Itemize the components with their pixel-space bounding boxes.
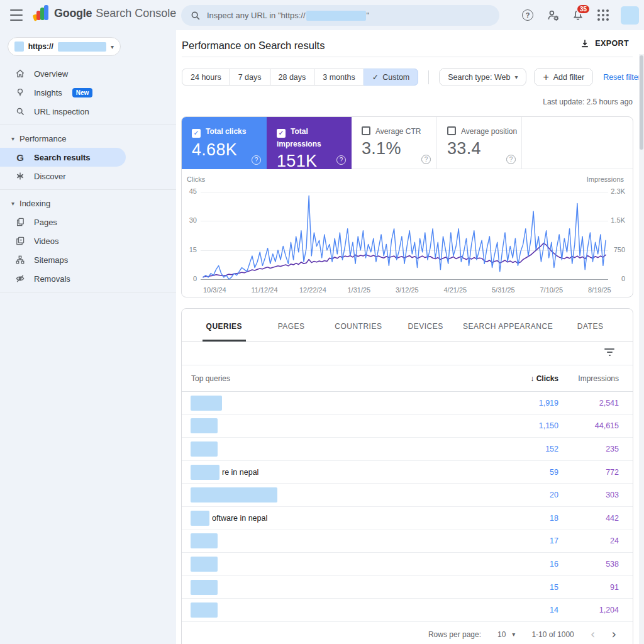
- table-row[interactable]: 1,9192,541: [182, 392, 633, 415]
- table-row[interactable]: 1724: [182, 530, 633, 553]
- url-inspect-search-input[interactable]: Inspect any URL in "https://": [181, 5, 499, 26]
- sidebar-item-sitemaps[interactable]: Sitemaps: [0, 250, 176, 269]
- date-range-7-days[interactable]: 7 days: [230, 69, 270, 86]
- help-icon[interactable]: ?: [421, 155, 431, 164]
- tab-label: DATES: [574, 309, 608, 341]
- tab-countries[interactable]: COUNTRIES: [325, 309, 392, 341]
- date-range-custom[interactable]: ✓Custom: [364, 69, 419, 86]
- sidebar-item-removals[interactable]: Removals: [0, 269, 176, 288]
- date-range-label: 28 days: [279, 73, 306, 82]
- sidebar-item-label: Sitemaps: [34, 255, 68, 265]
- metric-tile-average-position[interactable]: Average position33.4?: [436, 117, 521, 169]
- property-selector[interactable]: https:// ▾: [8, 37, 121, 56]
- date-range-label: 3 months: [323, 73, 355, 82]
- column-header-impressions[interactable]: Impressions: [558, 374, 633, 383]
- tab-queries[interactable]: QUERIES: [191, 309, 258, 341]
- reset-filters-link[interactable]: Reset filters: [603, 73, 644, 82]
- rows-per-page-select[interactable]: 10▾: [497, 630, 515, 639]
- divider: [182, 57, 633, 57]
- user-settings-icon[interactable]: [545, 8, 560, 23]
- add-filter-button[interactable]: + Add filter: [534, 68, 593, 86]
- scrollbar-thumb[interactable]: [640, 55, 643, 150]
- column-header-clicks[interactable]: ↓ Clicks: [483, 374, 558, 383]
- notifications-bell-icon[interactable]: 35: [570, 8, 586, 23]
- pagination-range: 1-10 of 1000: [531, 630, 574, 639]
- column-header-dimension[interactable]: Top queries: [182, 374, 483, 383]
- help-icon[interactable]: ?: [520, 8, 535, 23]
- chevron-down-icon: ▾: [512, 631, 515, 638]
- impressions-value: 44,615: [558, 421, 633, 430]
- query-cell: oftware in nepal: [182, 511, 483, 526]
- tab-search-appearance[interactable]: SEARCH APPEARANCE: [459, 309, 557, 341]
- date-range-24-hours[interactable]: 24 hours: [182, 69, 230, 86]
- new-badge: New: [72, 88, 93, 97]
- table-row[interactable]: 141,204: [182, 599, 633, 622]
- gridline: [201, 279, 608, 280]
- sidebar-item-label: Overview: [34, 69, 68, 79]
- checkbox-unchecked-icon[interactable]: [362, 126, 370, 135]
- tab-dates[interactable]: DATES: [557, 309, 624, 341]
- sidebar-item-search-results[interactable]: GSearch results: [0, 148, 126, 167]
- metric-tile-total-clicks[interactable]: ✓Total clicks4.68K?: [182, 117, 267, 169]
- sidebar-section-performance[interactable]: ▾Performance: [0, 129, 176, 148]
- tab-pages[interactable]: PAGES: [258, 309, 325, 341]
- impressions-value: 1,204: [558, 606, 633, 614]
- sidebar-section-indexing[interactable]: ▾Indexing: [0, 194, 176, 213]
- metric-tile-total-impressions[interactable]: ✓Total impressions151K?: [267, 117, 352, 169]
- product-text: Search Console: [96, 7, 176, 20]
- table-row[interactable]: 1591: [182, 576, 633, 599]
- table-row[interactable]: 20303: [182, 484, 633, 507]
- date-range-28-days[interactable]: 28 days: [270, 69, 315, 86]
- sidebar-item-videos[interactable]: Videos: [0, 231, 176, 250]
- table-row[interactable]: 1,15044,615: [182, 415, 633, 438]
- query-cell: [182, 580, 483, 595]
- sidebar-item-discover[interactable]: Discover: [0, 167, 176, 186]
- x-axis-label: 5/31/25: [492, 286, 515, 294]
- sidebar-item-insights[interactable]: InsightsNew: [0, 83, 176, 102]
- table-row[interactable]: 16538: [182, 553, 633, 576]
- table-filter-icon[interactable]: [604, 348, 615, 358]
- metric-tile-average-ctr[interactable]: Average CTR3.1%?: [352, 117, 436, 169]
- table-row[interactable]: re in nepal59772: [182, 461, 633, 484]
- property-scheme: https://: [28, 42, 53, 51]
- impressions-value: 91: [558, 583, 633, 592]
- sidebar-item-pages[interactable]: Pages: [0, 213, 176, 231]
- sidebar-item-overview[interactable]: Overview: [0, 64, 176, 83]
- help-icon[interactable]: ?: [336, 155, 346, 165]
- tab-label: PAGES: [274, 309, 309, 341]
- left-axis-tick: 0: [182, 275, 197, 282]
- next-page-icon[interactable]: ›: [611, 628, 616, 640]
- chart-plot-area[interactable]: [203, 192, 606, 279]
- clicks-value: 18: [483, 514, 558, 523]
- filter-bar: 24 hours7 days28 days3 months✓Custom Sea…: [182, 68, 644, 86]
- tab-devices[interactable]: DEVICES: [392, 309, 459, 341]
- previous-page-icon[interactable]: ‹: [591, 628, 596, 640]
- checkbox-checked-icon[interactable]: ✓: [192, 129, 201, 138]
- query-cell: [182, 557, 483, 572]
- property-favicon: [14, 42, 24, 52]
- dimension-tabs: QUERIESPAGESCOUNTRIESDEVICESSEARCH APPEA…: [182, 309, 633, 342]
- app-header: Google Search Console Inspect any URL in…: [0, 0, 644, 30]
- right-axis-title: Impressions: [587, 175, 624, 183]
- google-apps-grid-icon[interactable]: [596, 8, 611, 23]
- table-row[interactable]: oftware in nepal18442: [182, 507, 633, 530]
- account-avatar[interactable]: [621, 6, 639, 25]
- help-icon[interactable]: ?: [506, 155, 516, 164]
- sidebar: https:// ▾ OverviewInsightsNewURL inspec…: [0, 30, 176, 644]
- sidebar-item-label: Discover: [34, 172, 66, 181]
- date-range-label: Custom: [382, 73, 409, 82]
- search-type-dropdown[interactable]: Search type: Web ▾: [439, 68, 526, 86]
- impressions-value: 24: [558, 536, 633, 545]
- sidebar-item-label: Pages: [34, 218, 57, 227]
- tab-label: QUERIES: [203, 309, 247, 341]
- checkbox-checked-icon[interactable]: ✓: [277, 129, 286, 138]
- sidebar-item-url-inspection[interactable]: URL inspection: [0, 102, 176, 121]
- help-icon[interactable]: ?: [252, 155, 261, 165]
- menu-icon[interactable]: [10, 9, 23, 21]
- date-range-3-months[interactable]: 3 months: [314, 69, 364, 86]
- page-scrollbar[interactable]: [639, 54, 644, 644]
- checkbox-unchecked-icon[interactable]: [447, 126, 456, 135]
- export-button[interactable]: EXPORT: [580, 38, 629, 48]
- table-header: Top queries ↓ Clicks Impressions: [182, 365, 633, 392]
- table-row[interactable]: 152235: [182, 438, 633, 461]
